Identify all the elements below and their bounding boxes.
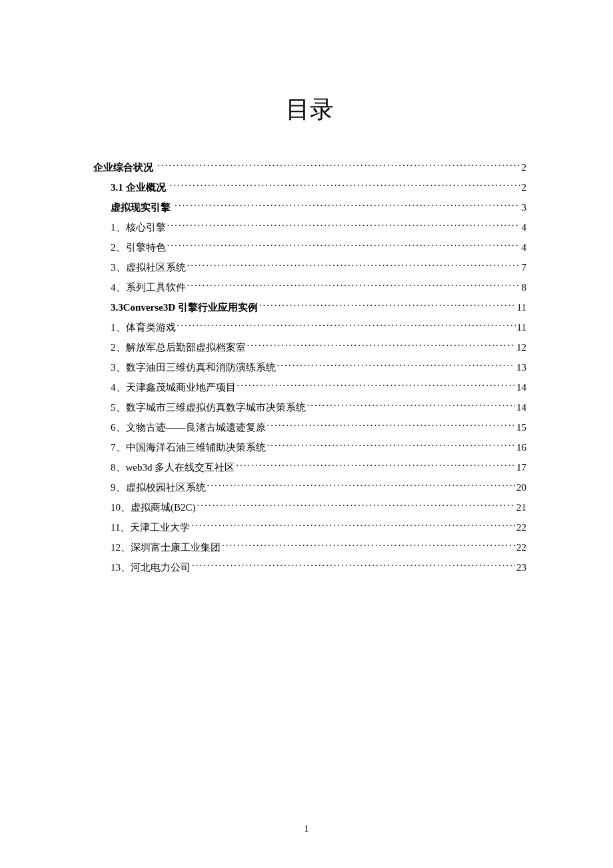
toc-entry-label: 10、虚拟商城(B2C) — [111, 499, 196, 515]
toc-title: 目录 — [93, 93, 526, 126]
toc-leader-dots — [267, 421, 516, 431]
toc-leader-dots — [175, 201, 520, 211]
toc-entry: 企业综合状况2 — [93, 159, 526, 175]
toc-leader-dots — [191, 521, 515, 531]
toc-entry: 1、核心引擎4 — [93, 219, 526, 235]
toc-entry: 8、web3d 多人在线交互社区17 — [93, 459, 526, 475]
toc-entry-page: 13 — [516, 359, 526, 375]
toc-entry-label: 5、数字城市三维虚拟仿真数字城市决策系统 — [111, 399, 306, 415]
toc-entry-label: 1、核心引擎 — [111, 219, 166, 235]
toc-entry-label: 11、天津工业大学 — [111, 519, 190, 535]
toc-entry: 11、天津工业大学22 — [93, 519, 526, 535]
toc-leader-dots — [307, 401, 516, 411]
toc-entry-label: 3、数字油田三维仿真和消防演练系统 — [111, 359, 276, 375]
toc-entry-page: 14 — [516, 399, 526, 415]
toc-entry-label: 4、天津鑫茂城商业地产项目 — [111, 379, 236, 395]
toc-leader-dots — [207, 481, 516, 491]
toc-entry: 3、虚拟社区系统7 — [93, 259, 526, 275]
toc-entry-label: 企业综合状况 — [93, 159, 156, 175]
toc-entry-page: 22 — [516, 519, 526, 535]
toc-entry: 4、系列工具软件8 — [93, 279, 526, 295]
toc-entry-page: 14 — [516, 379, 526, 395]
toc-entry-page: 11 — [517, 299, 526, 315]
toc-leader-dots — [197, 501, 516, 511]
toc-entry-label: 6、文物古迹——良渚古城遗迹复原 — [111, 419, 266, 435]
toc-leader-dots — [247, 341, 516, 351]
toc-entry-label: 12、深圳富士康工业集团 — [111, 539, 221, 555]
toc-entry-label: 2、解放军总后勤部虚拟档案室 — [111, 339, 246, 355]
toc-entry: 5、数字城市三维虚拟仿真数字城市决策系统14 — [93, 399, 526, 415]
toc-entry: 3.1 企业概况2 — [93, 179, 526, 195]
toc-entry-label: 3、虚拟社区系统 — [111, 259, 186, 275]
toc-entry-page: 22 — [516, 539, 526, 555]
document-page: 目录 企业综合状况23.1 企业概况2虚拟现实引擎31、核心引擎42、引擎特色4… — [0, 0, 613, 575]
toc-entry: 4、天津鑫茂城商业地产项目14 — [93, 379, 526, 395]
toc-entry-page: 20 — [516, 479, 526, 495]
toc-entry-page: 3 — [522, 199, 527, 215]
toc-entry-label: 4、系列工具软件 — [111, 279, 186, 295]
toc-entry: 1、体育类游戏11 — [93, 319, 526, 335]
toc-entry-label: 8、web3d 多人在线交互社区 — [111, 459, 235, 475]
toc-entry: 3.3Converse3D 引擎行业应用实例11 — [93, 299, 526, 315]
toc-entry-label: 9、虚拟校园社区系统 — [111, 479, 206, 495]
toc-leader-dots — [157, 161, 520, 171]
toc-entry-label: 虚拟现实引擎 — [111, 199, 173, 215]
toc-leader-dots — [187, 281, 520, 291]
toc-leader-dots — [167, 241, 520, 251]
toc-leader-dots — [167, 221, 520, 231]
toc-entry: 2、解放军总后勤部虚拟档案室12 — [93, 339, 526, 355]
toc-entry-page: 21 — [516, 499, 526, 515]
toc-entry: 9、虚拟校园社区系统20 — [93, 479, 526, 495]
toc-entry: 虚拟现实引擎3 — [93, 199, 526, 215]
toc-entry-page: 4 — [522, 219, 527, 235]
toc-leader-dots — [192, 561, 515, 571]
toc-leader-dots — [236, 461, 515, 471]
toc-entry: 2、引擎特色4 — [93, 239, 526, 255]
toc-leader-dots — [187, 261, 520, 271]
toc-entry-page: 7 — [522, 259, 527, 275]
toc-entry: 13、河北电力公司23 — [93, 559, 526, 575]
toc-leader-dots — [170, 181, 520, 191]
toc-leader-dots — [259, 301, 516, 311]
toc-entry-label: 3.1 企业概况 — [111, 179, 169, 195]
toc-entry-label: 1、体育类游戏 — [111, 319, 176, 335]
toc-entry-page: 15 — [516, 419, 526, 435]
page-number: 1 — [0, 824, 613, 835]
toc-entry: 3、数字油田三维仿真和消防演练系统13 — [93, 359, 526, 375]
toc-leader-dots — [277, 361, 516, 371]
toc-entry: 10、虚拟商城(B2C)21 — [93, 499, 526, 515]
toc-entry-page: 12 — [516, 339, 526, 355]
toc-entry-label: 7、中国海洋石油三维辅助决策系统 — [111, 439, 266, 455]
toc-entry-page: 11 — [517, 319, 526, 335]
toc-entry-page: 4 — [522, 239, 527, 255]
table-of-contents: 企业综合状况23.1 企业概况2虚拟现实引擎31、核心引擎42、引擎特色43、虚… — [93, 159, 526, 575]
toc-leader-dots — [222, 541, 515, 551]
toc-entry: 12、深圳富士康工业集团22 — [93, 539, 526, 555]
toc-entry-label: 3.3Converse3D 引擎行业应用实例 — [111, 299, 258, 315]
toc-entry-page: 8 — [522, 279, 527, 295]
toc-leader-dots — [237, 381, 516, 391]
toc-entry: 7、中国海洋石油三维辅助决策系统16 — [93, 439, 526, 455]
toc-entry-label: 2、引擎特色 — [111, 239, 166, 255]
toc-entry-page: 2 — [522, 179, 527, 195]
toc-entry-page: 16 — [516, 439, 526, 455]
toc-entry-page: 23 — [516, 559, 526, 575]
toc-entry-page: 17 — [516, 459, 526, 475]
toc-leader-dots — [177, 321, 516, 331]
toc-entry: 6、文物古迹——良渚古城遗迹复原15 — [93, 419, 526, 435]
toc-leader-dots — [267, 441, 516, 451]
toc-entry-label: 13、河北电力公司 — [111, 559, 191, 575]
toc-entry-page: 2 — [522, 159, 527, 175]
